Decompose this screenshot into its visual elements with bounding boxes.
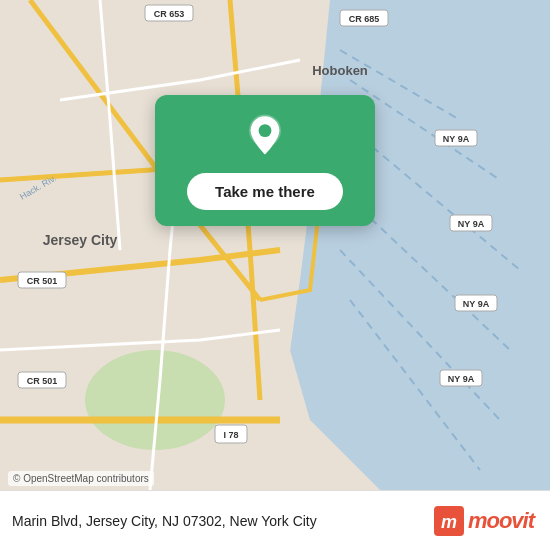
svg-text:Jersey City: Jersey City (43, 232, 118, 248)
pin-icon (241, 113, 289, 161)
map-background: CR 653 CR 685 CR 501 CR 501 CR I 78 NY 9… (0, 0, 550, 490)
svg-text:NY 9A: NY 9A (443, 134, 470, 144)
take-me-there-button[interactable]: Take me there (187, 173, 343, 210)
location-card: Take me there (155, 95, 375, 226)
svg-point-35 (259, 124, 272, 137)
svg-text:CR 685: CR 685 (349, 14, 380, 24)
svg-text:CR 501: CR 501 (27, 376, 58, 386)
svg-text:CR 653: CR 653 (154, 9, 185, 19)
moovit-wordmark: moovit (468, 508, 534, 534)
svg-text:I 78: I 78 (223, 430, 238, 440)
svg-text:NY 9A: NY 9A (448, 374, 475, 384)
address-text: Marin Blvd, Jersey City, NJ 07302, New Y… (12, 513, 317, 529)
map-attribution: © OpenStreetMap contributors (8, 471, 154, 486)
svg-text:NY 9A: NY 9A (463, 299, 490, 309)
svg-text:CR 501: CR 501 (27, 276, 58, 286)
bottom-bar: Marin Blvd, Jersey City, NJ 07302, New Y… (0, 490, 550, 550)
svg-marker-2 (400, 150, 550, 490)
svg-text:m: m (441, 512, 457, 532)
moovit-logo: m moovit (434, 506, 534, 536)
svg-text:Hoboken: Hoboken (312, 63, 368, 78)
moovit-icon: m (434, 506, 464, 536)
svg-text:NY 9A: NY 9A (458, 219, 485, 229)
map-container: CR 653 CR 685 CR 501 CR 501 CR I 78 NY 9… (0, 0, 550, 490)
